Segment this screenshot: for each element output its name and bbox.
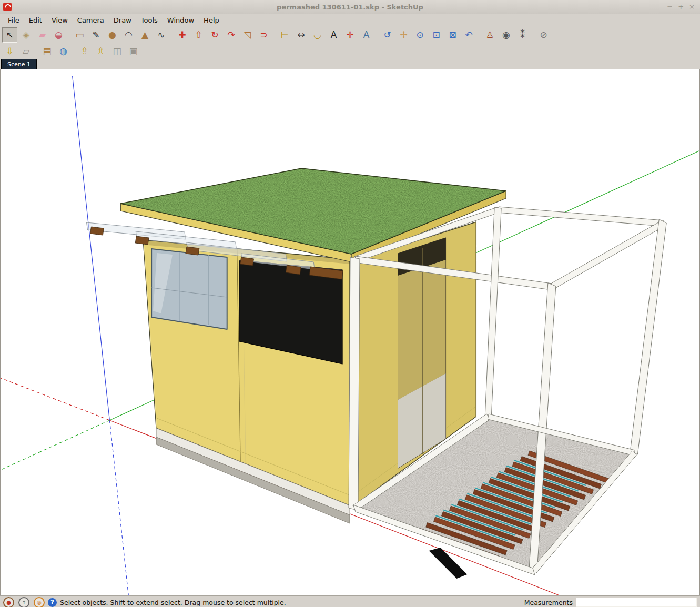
- help-icon[interactable]: ?: [48, 598, 57, 607]
- orbit-tool[interactable]: ↺: [380, 27, 395, 43]
- front-window[interactable]: [151, 249, 227, 329]
- protractor-tool[interactable]: ◡: [310, 27, 325, 43]
- freehand-tool[interactable]: ∿: [154, 27, 169, 43]
- paint-bucket-tool-icon: ◒: [55, 31, 63, 39]
- previous-view-tool[interactable]: ↶: [461, 27, 476, 43]
- model-canvas[interactable]: [1, 69, 699, 595]
- 3d-text-tool-icon: A: [363, 31, 370, 39]
- geolocation-status-icon[interactable]: ●: [3, 597, 14, 607]
- rectangle-tool-icon: ▭: [75, 31, 84, 39]
- position-camera-tool[interactable]: ♙: [482, 27, 498, 43]
- viewport-frame: [0, 69, 700, 595]
- pan-tool[interactable]: ✢: [396, 27, 411, 43]
- arc-tool[interactable]: ◠: [121, 27, 136, 43]
- make-component-tool[interactable]: ◈: [18, 27, 34, 43]
- dimension-tool[interactable]: ↔: [293, 27, 309, 43]
- claim-status-icon[interactable]: ◎: [34, 597, 45, 607]
- tape-measure-tool[interactable]: ⊢: [277, 27, 292, 43]
- share-model-tool-icon: ⇫: [97, 47, 104, 56]
- line-tool[interactable]: ✎: [88, 27, 104, 43]
- preview-in-google-earth-tool-icon: ◍: [59, 47, 67, 56]
- scene-tab[interactable]: Scene 1: [1, 59, 37, 69]
- orbit-tool-icon: ↺: [383, 31, 391, 39]
- axes-tool[interactable]: ✛: [342, 27, 358, 43]
- pergola-post-front-left[interactable]: [349, 257, 360, 510]
- scale-tool-icon: ◹: [244, 31, 251, 39]
- text-tool[interactable]: A: [326, 27, 341, 43]
- walk-tool[interactable]: ⁑: [515, 27, 530, 43]
- zoom-extents-tool-icon: ⊠: [449, 31, 456, 39]
- building-maker-tool[interactable]: ▣: [126, 44, 141, 59]
- freehand-tool-icon: ∿: [157, 31, 165, 39]
- zoom-window-tool[interactable]: ⊡: [429, 27, 444, 43]
- tape-measure-tool-icon: ⊢: [281, 31, 289, 39]
- menu-window[interactable]: Window: [163, 15, 199, 25]
- pergola-beam-top-right[interactable]: [550, 221, 664, 289]
- share-component-tool[interactable]: ◫: [109, 44, 125, 59]
- sketchup-logo-icon: [3, 3, 12, 11]
- measurements-input[interactable]: [576, 598, 697, 607]
- zoom-extents-tool[interactable]: ⊠: [445, 27, 460, 43]
- offset-tool[interactable]: ⊃: [256, 27, 271, 43]
- paint-bucket-tool[interactable]: ◒: [51, 27, 66, 43]
- get-current-view-tool[interactable]: ⇩: [2, 44, 17, 59]
- scale-tool[interactable]: ◹: [240, 27, 255, 43]
- 3d-text-tool[interactable]: A: [359, 27, 374, 43]
- polygon-tool[interactable]: ▲: [137, 27, 153, 43]
- zoom-window-tool-icon: ⊡: [432, 31, 440, 39]
- menu-help[interactable]: Help: [199, 15, 224, 25]
- share-model-tool[interactable]: ⇫: [93, 44, 108, 59]
- get-models-tool[interactable]: ⇪: [77, 44, 92, 59]
- wood-bracket: [90, 227, 104, 235]
- select-tool[interactable]: ↖: [2, 27, 17, 43]
- eraser-tool[interactable]: ▰: [35, 27, 50, 43]
- preview-in-google-earth-tool[interactable]: ◍: [56, 44, 71, 59]
- photo-textures-tool-icon: ▤: [43, 47, 51, 56]
- rectangle-tool[interactable]: ▭: [72, 27, 87, 43]
- dimension-tool-icon: ↔: [297, 31, 305, 39]
- toolbar-main: ↖◈▰◒▭✎●◠▲∿✚⇧↻↷◹⊃⊢↔◡A✛A↺✢⊙⊡⊠↶♙◉⁑⊘: [0, 26, 700, 43]
- pergola-post-back-right[interactable]: [630, 219, 666, 454]
- make-component-tool-icon: ◈: [23, 31, 29, 39]
- text-tool-icon: A: [331, 31, 337, 39]
- move-tool[interactable]: ✚: [175, 27, 190, 43]
- menu-tools[interactable]: Tools: [136, 15, 163, 25]
- close-button[interactable]: ×: [689, 3, 695, 11]
- menu-draw[interactable]: Draw: [109, 15, 136, 25]
- menu-camera[interactable]: Camera: [73, 15, 109, 25]
- red-axis-negative: [1, 378, 109, 420]
- follow-me-tool[interactable]: ↷: [224, 27, 239, 43]
- get-current-view-tool-icon: ⇩: [6, 47, 13, 56]
- rotate-tool[interactable]: ↻: [207, 27, 222, 43]
- zoom-tool-icon: ⊙: [416, 31, 423, 39]
- scene-tab-bar: Scene 1: [0, 59, 700, 69]
- move-tool-icon: ✚: [178, 31, 186, 39]
- photo-textures-tool[interactable]: ▤: [39, 44, 55, 59]
- menu-edit[interactable]: Edit: [24, 15, 47, 25]
- walk-tool-icon: ⁑: [520, 31, 525, 39]
- measurements-label: Measurements: [524, 599, 573, 606]
- zoom-tool[interactable]: ⊙: [412, 27, 428, 43]
- menu-file[interactable]: File: [3, 15, 24, 25]
- section-plane-tool[interactable]: ⊘: [536, 27, 551, 43]
- axes-tool-icon: ✛: [346, 31, 353, 39]
- status-icons: ●↑◎: [3, 597, 45, 607]
- look-around-tool[interactable]: ◉: [499, 27, 514, 43]
- section-plane-tool-icon: ⊘: [540, 31, 547, 39]
- pergola-post-back-left[interactable]: [485, 207, 501, 418]
- minimize-button[interactable]: −: [667, 3, 673, 11]
- menu-bar: FileEditViewCameraDrawToolsWindowHelp: [0, 14, 700, 26]
- pergola-beam-top-back[interactable]: [498, 207, 663, 226]
- circle-tool[interactable]: ●: [105, 27, 120, 43]
- title-bar[interactable]: permashed 130611-01.skp - SketchUp − + ×: [0, 0, 700, 14]
- credits-status-icon[interactable]: ↑: [18, 597, 29, 607]
- push-pull-tool[interactable]: ⇧: [191, 27, 206, 43]
- viewport-3d[interactable]: [1, 69, 699, 595]
- protractor-tool-icon: ◡: [313, 31, 321, 39]
- toggle-terrain-tool[interactable]: ▱: [18, 44, 34, 59]
- share-component-tool-icon: ◫: [113, 47, 121, 56]
- position-camera-tool-icon: ♙: [486, 31, 494, 39]
- maximize-button[interactable]: +: [678, 3, 684, 11]
- get-models-tool-icon: ⇪: [80, 47, 88, 56]
- menu-view[interactable]: View: [47, 15, 73, 25]
